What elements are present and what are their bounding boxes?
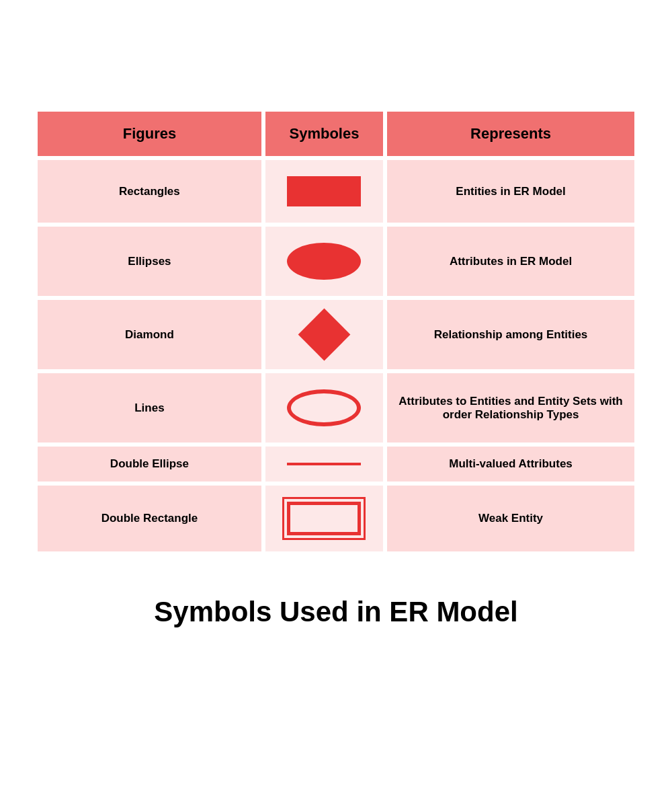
ellipse-icon xyxy=(287,243,361,280)
diamond-icon xyxy=(298,309,351,361)
line-icon xyxy=(287,463,361,465)
outline-ellipse-icon xyxy=(287,389,361,426)
table-row: Double EllipseMulti-valued Attributes xyxy=(38,447,634,482)
page-title: Symbols Used in ER Model xyxy=(154,596,517,628)
header-figures: Figures xyxy=(38,112,261,156)
table-row: DiamondRelationship among Entities xyxy=(38,300,634,369)
represents-cell: Attributes to Entities and Entity Sets w… xyxy=(387,373,634,443)
figure-cell: Double Ellipse xyxy=(38,447,261,482)
represents-cell: Multi-valued Attributes xyxy=(387,447,634,482)
header-represents: Represents xyxy=(387,112,634,156)
represents-cell: Weak Entity xyxy=(387,486,634,551)
represents-cell: Relationship among Entities xyxy=(387,300,634,369)
double-rectangle-icon xyxy=(287,502,361,535)
symbol-cell xyxy=(265,447,383,482)
rectangle-icon xyxy=(287,176,361,206)
represents-cell: Entities in ER Model xyxy=(387,160,634,223)
symbol-cell xyxy=(265,227,383,296)
symbol-cell xyxy=(265,373,383,443)
table-row: EllipsesAttributes in ER Model xyxy=(38,227,634,296)
table-row: Double RectangleWeak Entity xyxy=(38,486,634,551)
table-row: RectanglesEntities in ER Model xyxy=(38,160,634,223)
symbol-cell xyxy=(265,300,383,369)
figure-cell: Diamond xyxy=(38,300,261,369)
figure-cell: Lines xyxy=(38,373,261,443)
figure-cell: Rectangles xyxy=(38,160,261,223)
symbol-cell xyxy=(265,160,383,223)
er-model-table: Figures Symboles Represents RectanglesEn… xyxy=(34,108,638,555)
header-symbols: Symboles xyxy=(265,112,383,156)
represents-cell: Attributes in ER Model xyxy=(387,227,634,296)
table-row: LinesAttributes to Entities and Entity S… xyxy=(38,373,634,443)
figure-cell: Ellipses xyxy=(38,227,261,296)
figure-cell: Double Rectangle xyxy=(38,486,261,551)
symbol-cell xyxy=(265,486,383,551)
